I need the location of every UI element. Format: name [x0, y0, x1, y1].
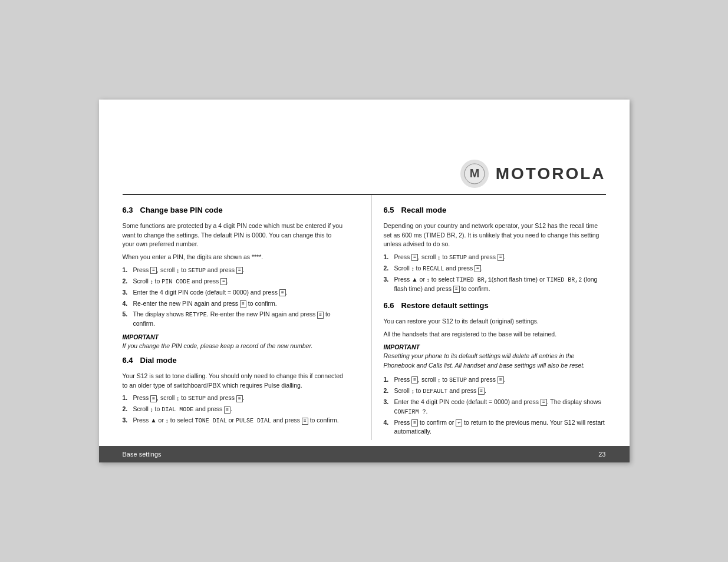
- step-65-1: 1. Press ≡, scroll ↕ to SETUP and press …: [384, 253, 606, 262]
- ok-button-65-3: ≡: [453, 286, 460, 293]
- motorola-symbol: M: [460, 160, 489, 188]
- section-63-intro: Some functions are protected by a 4 digi…: [123, 222, 345, 249]
- ok-button-66-1: ≡: [498, 376, 504, 384]
- footer-bar: Base settings 23: [99, 446, 630, 462]
- motorola-wordmark: MOTOROLA: [496, 164, 606, 183]
- ok-button-icon-4: ≡: [240, 300, 246, 308]
- ok-button-66-4a: ≡: [411, 419, 418, 427]
- scroll-icon-65-3: ↕: [427, 276, 430, 285]
- section-63-important-text: If you change the PIN code, please keep …: [123, 342, 345, 351]
- section-66-intro1: You can restore your S12 to its default …: [384, 317, 606, 326]
- step-66-1: 1. Press ≡, scroll ↕ to SETUP and press …: [384, 375, 606, 385]
- section-65-number: 6.5: [384, 206, 394, 214]
- section-66-heading: 6.6 Restore default settings: [384, 301, 606, 313]
- scroll-icon-64-1: ↕: [176, 394, 179, 403]
- ok-button-icon-2: ≡: [220, 278, 227, 285]
- menu-button-66-1: ≡: [411, 376, 418, 384]
- section-63-heading: 6.3 Change base PIN code: [123, 206, 345, 218]
- motorola-logo: M MOTOROLA: [460, 160, 606, 188]
- section-63-important-label: IMPORTANT: [123, 333, 345, 340]
- ok-button-icon: ≡: [236, 267, 243, 274]
- section-66-title: Restore default settings: [401, 301, 489, 310]
- section-63-title: Change base PIN code: [140, 206, 223, 214]
- page-container: M MOTOROLA 6.3 Change base PIN code Some…: [99, 100, 630, 462]
- ok-button-66-3: ≡: [541, 399, 547, 406]
- step-63-3: 3. Enter the 4 digit PIN code (default =…: [123, 288, 345, 297]
- scroll-icon-66-1: ↕: [437, 376, 440, 385]
- section-64-steps: 1. Press ≡, scroll ↕ to SETUP and press …: [123, 394, 345, 425]
- section-64-intro: Your S12 is set to tone dialling. You sh…: [123, 372, 345, 391]
- scroll-icon: ↕: [176, 266, 179, 275]
- section-64-title: Dial mode: [140, 356, 177, 365]
- scroll-icon-66-2: ↕: [411, 387, 414, 396]
- menu-button-icon: ≡: [150, 267, 157, 274]
- top-section: M MOTOROLA: [99, 100, 630, 194]
- section-63-number: 6.3: [123, 206, 133, 214]
- step-64-1: 1. Press ≡, scroll ↕ to SETUP and press …: [123, 394, 345, 403]
- scroll-icon-65-2: ↕: [411, 265, 414, 273]
- menu-button-65-1: ≡: [411, 254, 418, 261]
- step-64-2: 2. Scroll ↕ to DIAL MODE and press ≡.: [123, 405, 345, 414]
- section-66-intro2: All the handsets that are registered to …: [384, 330, 606, 339]
- section-65-title: Recall mode: [401, 206, 447, 214]
- ok-button-64-1: ≡: [236, 395, 243, 402]
- content-area: 6.3 Change base PIN code Some functions …: [99, 195, 630, 440]
- section-63-when-pin: When you enter a PIN, the digits are sho…: [123, 253, 345, 262]
- svg-text:M: M: [469, 167, 479, 180]
- step-63-1: 1. Press ≡, scroll ↕ to SETUP and press …: [123, 266, 345, 275]
- right-column: 6.5 Recall mode Depending on your countr…: [371, 195, 606, 440]
- step-64-3: 3. Press ▲ or ↕ to select TONE DIAL or P…: [123, 416, 345, 425]
- menu-button-64-1: ≡: [150, 395, 157, 402]
- step-65-2: 2. Scroll ↕ to RECALL and press ≡.: [384, 264, 606, 273]
- section-63-steps: 1. Press ≡, scroll ↕ to SETUP and press …: [123, 266, 345, 329]
- step-66-4: 4. Press ≡ to confirm or ↩ to return to …: [384, 418, 606, 437]
- ok-button-66-2: ≡: [478, 388, 485, 395]
- step-66-2: 2. Scroll ↕ to DEFAULT and press ≡.: [384, 386, 606, 396]
- section-66-steps: 1. Press ≡, scroll ↕ to SETUP and press …: [384, 375, 606, 437]
- scroll-icon-65-1: ↕: [437, 253, 440, 262]
- section-64-number: 6.4: [123, 356, 133, 365]
- section-65-steps: 1. Press ≡, scroll ↕ to SETUP and press …: [384, 253, 606, 294]
- ok-button-65-1: ≡: [498, 254, 504, 261]
- section-64-heading: 6.4 Dial mode: [123, 356, 345, 368]
- scroll-icon-64-3: ↕: [166, 416, 169, 425]
- ok-button-icon-3: ≡: [279, 289, 286, 296]
- left-column: 6.3 Change base PIN code Some functions …: [123, 195, 354, 440]
- step-63-4: 4. Re-enter the new PIN again and press …: [123, 299, 345, 309]
- scroll-icon-64-2: ↕: [150, 405, 153, 414]
- back-button-66-4: ↩: [456, 419, 462, 427]
- ok-button-64-2: ≡: [224, 406, 230, 414]
- step-63-2: 2. Scroll ↕ to PIN CODE and press ≡.: [123, 277, 345, 286]
- step-63-5: 5. The display shows RETYPE. Re-enter th…: [123, 310, 345, 329]
- section-66-important-label: IMPORTANT: [384, 343, 606, 351]
- ok-button-64-3: ≡: [302, 418, 308, 425]
- step-65-3: 3. Press ▲ or ↕ to select TIMED BR,1(sho…: [384, 275, 606, 294]
- section-66-number: 6.6: [384, 301, 394, 310]
- section-65-heading: 6.5 Recall mode: [384, 206, 606, 218]
- step-66-3: 3. Enter the 4 digit PIN code (default =…: [384, 398, 606, 416]
- scroll-icon-2: ↕: [150, 277, 153, 286]
- section-65-intro: Depending on your country and network op…: [384, 222, 606, 249]
- footer-left: Base settings: [123, 451, 162, 458]
- ok-button-icon-5: ≡: [317, 312, 324, 319]
- ok-button-65-2: ≡: [475, 265, 481, 272]
- footer-right: 23: [598, 451, 605, 458]
- section-66-important-text: Resetting your phone to its default sett…: [384, 352, 606, 371]
